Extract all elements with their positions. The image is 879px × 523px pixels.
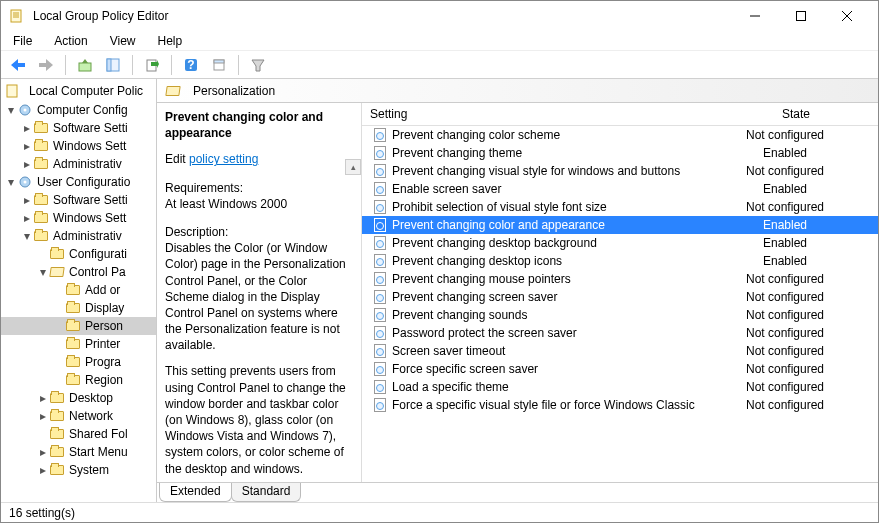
folder-icon <box>33 138 49 154</box>
expand-icon[interactable]: ▸ <box>37 409 49 423</box>
tree-item[interactable]: ▸System <box>1 461 156 479</box>
expand-icon[interactable]: ▾ <box>5 175 17 189</box>
policy-icon <box>372 361 388 377</box>
tree-item[interactable]: Progra <box>1 353 156 371</box>
tree-item[interactable]: Configurati <box>1 245 156 263</box>
tree-item[interactable]: ▸Software Setti <box>1 119 156 137</box>
tree-item[interactable]: Shared Fol <box>1 425 156 443</box>
tab-standard[interactable]: Standard <box>231 483 302 502</box>
expand-icon[interactable]: ▸ <box>21 193 33 207</box>
tree-item[interactable]: ▸Network <box>1 407 156 425</box>
back-button[interactable] <box>7 54 29 76</box>
tree-item-label: Region <box>85 373 123 387</box>
view-tabs: Extended Standard <box>157 482 878 502</box>
list-column-headers[interactable]: Setting State <box>362 103 878 126</box>
setting-row[interactable]: Screen saver timeoutNot configured <box>362 342 878 360</box>
show-hide-tree-icon[interactable] <box>102 54 124 76</box>
policy-icon <box>372 145 388 161</box>
forward-button[interactable] <box>35 54 57 76</box>
tree-item-label: Configurati <box>69 247 127 261</box>
tree-item[interactable]: ▾Computer Config <box>1 101 156 119</box>
policy-icon <box>372 235 388 251</box>
menu-help[interactable]: Help <box>154 32 187 50</box>
help-icon[interactable]: ? <box>180 54 202 76</box>
setting-state: Enabled <box>712 182 878 196</box>
expand-icon[interactable]: ▸ <box>21 121 33 135</box>
expand-icon[interactable]: ▸ <box>21 139 33 153</box>
tree-root[interactable]: Local Computer Polic <box>1 81 156 101</box>
properties-icon[interactable] <box>208 54 230 76</box>
setting-name: Load a specific theme <box>392 380 712 394</box>
tree-item-label: User Configuratio <box>37 175 130 189</box>
setting-row[interactable]: Prevent changing visual style for window… <box>362 162 878 180</box>
expand-icon[interactable]: ▾ <box>21 229 33 243</box>
expand-icon[interactable]: ▸ <box>37 391 49 405</box>
expand-icon[interactable]: ▸ <box>21 157 33 171</box>
setting-row[interactable]: Prevent changing desktop iconsEnabled <box>362 252 878 270</box>
tree-item[interactable]: ▸Desktop <box>1 389 156 407</box>
tree-item[interactable]: ▾User Configuratio <box>1 173 156 191</box>
expand-icon[interactable]: ▸ <box>37 463 49 477</box>
tree-item[interactable]: Printer <box>1 335 156 353</box>
menu-view[interactable]: View <box>106 32 140 50</box>
tree-item[interactable]: ▾Control Pa <box>1 263 156 281</box>
setting-row[interactable]: Load a specific themeNot configured <box>362 378 878 396</box>
svg-marker-11 <box>82 59 88 63</box>
tree-item[interactable]: ▸Administrativ <box>1 155 156 173</box>
setting-row[interactable]: Prevent changing color schemeNot configu… <box>362 126 878 144</box>
settings-list[interactable]: Prevent changing color schemeNot configu… <box>362 126 878 482</box>
tree-item-label: Start Menu <box>69 445 128 459</box>
setting-name: Prevent changing mouse pointers <box>392 272 712 286</box>
tab-extended[interactable]: Extended <box>159 483 232 502</box>
close-button[interactable] <box>824 1 870 31</box>
export-list-icon[interactable] <box>141 54 163 76</box>
menu-file[interactable]: File <box>9 32 36 50</box>
expand-icon[interactable]: ▾ <box>5 103 17 117</box>
policy-icon <box>372 271 388 287</box>
setting-row[interactable]: Prevent changing screen saverNot configu… <box>362 288 878 306</box>
setting-row[interactable]: Prevent changing color and appearanceEna… <box>362 216 878 234</box>
setting-row[interactable]: Prevent changing soundsNot configured <box>362 306 878 324</box>
setting-row[interactable]: Enable screen saverEnabled <box>362 180 878 198</box>
svg-rect-21 <box>7 85 17 97</box>
tree-item-label: Network <box>69 409 113 423</box>
tree-item[interactable]: ▸Software Setti <box>1 191 156 209</box>
setting-row[interactable]: Password protect the screen saverNot con… <box>362 324 878 342</box>
minimize-button[interactable] <box>732 1 778 31</box>
setting-row[interactable]: Prevent changing desktop backgroundEnabl… <box>362 234 878 252</box>
tree-item[interactable]: Add or <box>1 281 156 299</box>
setting-state: Enabled <box>712 254 878 268</box>
setting-row[interactable]: Prevent changing themeEnabled <box>362 144 878 162</box>
setting-name: Screen saver timeout <box>392 344 712 358</box>
column-header-state[interactable]: State <box>714 103 878 125</box>
tree-item[interactable]: ▸Windows Sett <box>1 137 156 155</box>
setting-row[interactable]: Prohibit selection of visual style font … <box>362 198 878 216</box>
menu-action[interactable]: Action <box>50 32 91 50</box>
statusbar: 16 setting(s) <box>1 502 878 522</box>
tree-item[interactable]: ▸Windows Sett <box>1 209 156 227</box>
folder-open-icon <box>165 83 181 99</box>
tree-item[interactable]: Person <box>1 317 156 335</box>
window-title: Local Group Policy Editor <box>29 9 732 23</box>
filter-icon[interactable] <box>247 54 269 76</box>
menubar: File Action View Help <box>1 31 878 51</box>
expand-icon[interactable]: ▸ <box>21 211 33 225</box>
policy-icon <box>372 217 388 233</box>
setting-row[interactable]: Force specific screen saverNot configure… <box>362 360 878 378</box>
column-header-setting[interactable]: Setting <box>362 103 714 125</box>
tree-item[interactable]: Region <box>1 371 156 389</box>
edit-policy-link[interactable]: policy setting <box>189 152 258 166</box>
scroll-up-icon[interactable]: ▴ <box>345 159 361 175</box>
expand-icon[interactable]: ▾ <box>37 265 49 279</box>
console-tree[interactable]: Local Computer Polic ▾Computer Config▸So… <box>1 79 157 502</box>
setting-row[interactable]: Force a specific visual style file or fo… <box>362 396 878 414</box>
tree-item[interactable]: Display <box>1 299 156 317</box>
setting-row[interactable]: Prevent changing mouse pointersNot confi… <box>362 270 878 288</box>
expand-icon[interactable]: ▸ <box>37 445 49 459</box>
tree-item[interactable]: ▸Start Menu <box>1 443 156 461</box>
toolbar-separator <box>171 55 172 75</box>
up-level-icon[interactable] <box>74 54 96 76</box>
folder-icon <box>49 462 65 478</box>
maximize-button[interactable] <box>778 1 824 31</box>
tree-item[interactable]: ▾Administrativ <box>1 227 156 245</box>
